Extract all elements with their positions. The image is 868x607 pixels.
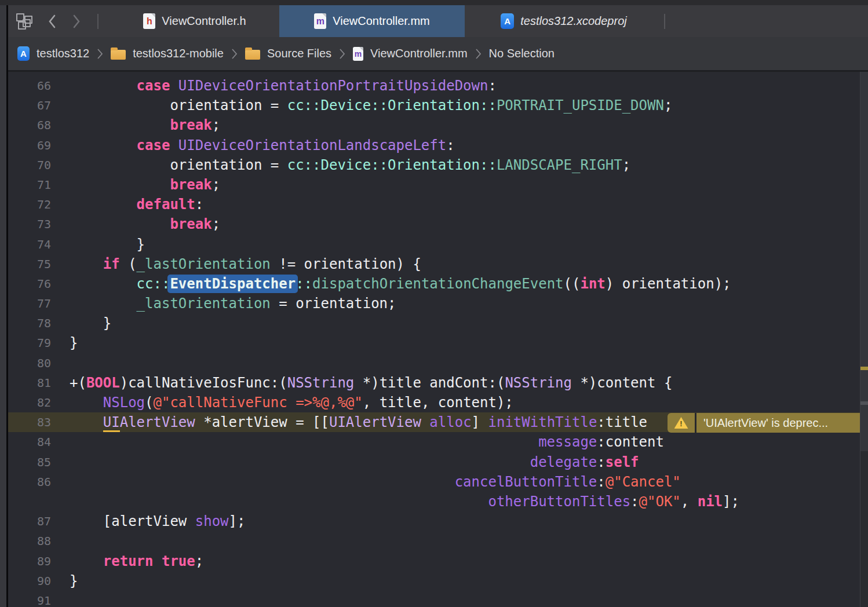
code-line[interactable]: 87 [alertView show]; xyxy=(8,511,868,531)
code-line[interactable]: 71 break; xyxy=(8,175,868,195)
m-file-icon: m xyxy=(353,47,363,61)
back-chevron-icon[interactable] xyxy=(48,14,57,29)
line-number[interactable]: 75 xyxy=(8,254,51,274)
neutral-scroll-mark xyxy=(860,401,868,405)
code-line[interactable]: 86 cancelButtonTitle:@"Cancel" xyxy=(8,472,868,492)
line-number[interactable]: 90 xyxy=(8,571,51,591)
code-line[interactable]: 88 xyxy=(8,531,868,551)
code-line[interactable]: 70 orientation = cc::Device::Orientation… xyxy=(8,155,868,175)
line-number[interactable]: 68 xyxy=(8,115,51,135)
scrollbar-thumb[interactable] xyxy=(860,72,868,451)
tab-xcodeproj[interactable]: A testlos312.xcodeproj xyxy=(465,5,663,37)
chevron-right-icon xyxy=(231,48,238,60)
line-number[interactable]: 89 xyxy=(8,551,51,571)
line-number[interactable]: 74 xyxy=(8,235,51,254)
chevron-right-icon xyxy=(475,48,482,60)
code-line[interactable]: 68 break; xyxy=(8,115,868,135)
tab-overview-icon[interactable] xyxy=(16,13,32,30)
pane-split-divider[interactable] xyxy=(6,0,8,607)
breadcrumb-item-group[interactable]: testlos312-mobile xyxy=(111,47,224,60)
code-line[interactable]: 90} xyxy=(8,571,868,591)
code-line[interactable]: 66 case UIDeviceOrientationPortraitUpsid… xyxy=(8,76,868,96)
folder-icon xyxy=(111,50,126,60)
vertical-scrollbar[interactable] xyxy=(860,72,868,607)
line-number[interactable]: 91 xyxy=(8,591,51,607)
code-line[interactable]: 73 break; xyxy=(8,214,868,234)
warning-scroll-mark xyxy=(860,367,868,370)
inline-warning-badge[interactable]: ! 'UIAlertView' is deprec... xyxy=(668,413,868,433)
breadcrumb-item-project[interactable]: A testlos312 xyxy=(17,46,89,61)
tab-label: ViewController.h xyxy=(162,14,246,28)
tab-viewcontroller-h[interactable]: h ViewController.h xyxy=(110,5,279,37)
xcodeproj-icon: A xyxy=(17,46,30,61)
line-number[interactable]: 79 xyxy=(8,333,51,353)
code-line[interactable]: 78 } xyxy=(8,313,868,333)
line-number[interactable]: 87 xyxy=(8,511,51,531)
line-number[interactable]: 67 xyxy=(8,96,51,115)
source-editor[interactable]: 66 case UIDeviceOrientationPortraitUpsid… xyxy=(8,72,868,607)
navigator-edge xyxy=(0,0,6,607)
line-number[interactable]: 70 xyxy=(8,155,51,175)
tab-end-divider xyxy=(664,14,665,29)
line-number[interactable]: 86 xyxy=(8,472,51,492)
editor-tab-bar: h ViewController.h m ViewController.mm A… xyxy=(8,5,868,37)
breadcrumb-label: Source Files xyxy=(267,47,331,60)
line-number[interactable]: 80 xyxy=(8,353,51,373)
code-line[interactable]: 89 return true; xyxy=(8,551,868,571)
forward-chevron-icon[interactable] xyxy=(72,14,81,29)
line-number[interactable]: 85 xyxy=(8,452,51,472)
code-line[interactable]: 77 _lastOrientation = orientation; xyxy=(8,294,868,313)
line-number[interactable]: 66 xyxy=(8,76,51,96)
breadcrumb-item-sourcefiles[interactable]: Source Files xyxy=(245,47,331,60)
warning-triangle-icon: ! xyxy=(674,417,688,429)
m-file-icon: m xyxy=(314,13,326,29)
breadcrumb-item-selection[interactable]: No Selection xyxy=(489,47,555,60)
code-line[interactable]: 74 } xyxy=(8,235,868,254)
breadcrumb-label: No Selection xyxy=(489,47,555,60)
code-line[interactable]: 81+(BOOL)callNativeIosFunc:(NSString *)t… xyxy=(8,373,868,393)
line-number[interactable]: 83 xyxy=(8,412,51,432)
code-line[interactable]: 91 xyxy=(8,591,868,607)
code-line[interactable]: otherButtonTitles:@"OK", nil]; xyxy=(8,492,868,511)
code-line[interactable]: 80 xyxy=(8,353,868,373)
warning-message[interactable]: 'UIAlertView' is deprec... xyxy=(696,413,868,433)
line-number[interactable]: 69 xyxy=(8,136,51,155)
code-line[interactable]: 76 cc::EventDispatcher::dispatchOrientat… xyxy=(8,274,868,294)
h-file-icon: h xyxy=(143,13,155,29)
code-line[interactable]: 84 message:content xyxy=(8,432,868,452)
line-number[interactable]: 88 xyxy=(8,531,51,551)
line-number[interactable]: 81 xyxy=(8,373,51,393)
breadcrumb-label: testlos312-mobile xyxy=(133,47,224,60)
line-number[interactable] xyxy=(8,492,51,511)
code-area: 66 case UIDeviceOrientationPortraitUpsid… xyxy=(8,72,868,607)
line-number[interactable]: 72 xyxy=(8,195,51,214)
window-top-strip xyxy=(0,0,868,5)
line-number[interactable]: 73 xyxy=(8,214,51,234)
chevron-right-icon xyxy=(339,48,345,60)
code-line[interactable]: 69 case UIDeviceOrientationLandscapeLeft… xyxy=(8,136,868,155)
toolbar-divider xyxy=(97,14,99,29)
code-line[interactable]: 75 if (_lastOrientation != orientation) … xyxy=(8,254,868,274)
line-number[interactable]: 84 xyxy=(8,432,51,452)
line-number[interactable]: 78 xyxy=(8,313,51,333)
code-line[interactable]: 85 delegate:self xyxy=(8,452,868,472)
breadcrumb-label: ViewController.mm xyxy=(370,47,467,60)
folder-icon xyxy=(245,50,260,60)
code-line[interactable]: 79} xyxy=(8,333,868,353)
line-number[interactable]: 82 xyxy=(8,393,51,412)
warning-icon-chip[interactable]: ! xyxy=(668,413,696,433)
breadcrumb-label: testlos312 xyxy=(37,47,89,60)
line-number[interactable]: 76 xyxy=(8,274,51,294)
xcodeproj-icon: A xyxy=(501,13,514,29)
line-number[interactable]: 71 xyxy=(8,175,51,195)
tab-label: ViewController.mm xyxy=(333,14,429,28)
tab-viewcontroller-mm[interactable]: m ViewController.mm xyxy=(279,5,465,37)
breadcrumb: A testlos312 testlos312-mobile Source Fi… xyxy=(8,37,868,72)
tab-label: testlos312.xcodeproj xyxy=(520,14,626,28)
xcode-window: h ViewController.h m ViewController.mm A… xyxy=(0,0,868,607)
line-number[interactable]: 77 xyxy=(8,294,51,313)
code-line[interactable]: 82 NSLog(@"callNativeFunc =>%@,%@", titl… xyxy=(8,393,868,412)
code-line[interactable]: 72 default: xyxy=(8,195,868,214)
breadcrumb-item-file[interactable]: m ViewController.mm xyxy=(353,47,467,61)
code-line[interactable]: 67 orientation = cc::Device::Orientation… xyxy=(8,96,868,115)
